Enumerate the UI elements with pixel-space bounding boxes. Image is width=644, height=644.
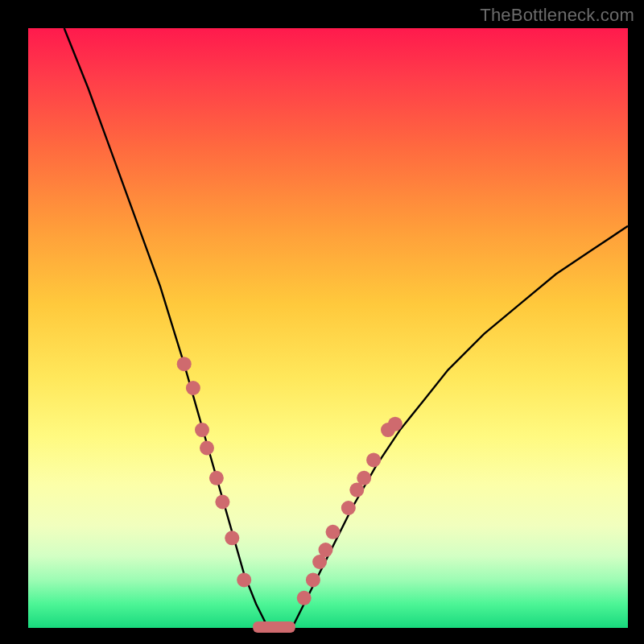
marker-dot bbox=[215, 495, 229, 510]
marker-dot bbox=[341, 501, 356, 515]
plot-area bbox=[28, 28, 628, 628]
marker-dot bbox=[357, 471, 371, 485]
curve-svg bbox=[28, 28, 628, 628]
marker-dot bbox=[195, 423, 209, 437]
marker-dot bbox=[388, 417, 402, 431]
bottleneck-curve bbox=[64, 28, 628, 628]
markers-left bbox=[177, 357, 252, 587]
chart-frame: TheBottleneck.com bbox=[0, 0, 644, 644]
markers-right bbox=[297, 417, 402, 605]
marker-dot bbox=[209, 471, 224, 485]
marker-dot bbox=[186, 381, 200, 395]
marker-dot bbox=[306, 572, 320, 587]
marker-dot bbox=[237, 572, 251, 587]
marker-dot bbox=[177, 357, 192, 371]
marker-dot bbox=[366, 452, 381, 467]
marker-dot bbox=[225, 530, 239, 545]
marker-dot bbox=[319, 543, 333, 557]
marker-dot bbox=[297, 591, 312, 605]
marker-dot bbox=[326, 525, 341, 539]
watermark-text: TheBottleneck.com bbox=[480, 5, 634, 26]
valley-floor-bar bbox=[253, 621, 295, 633]
marker-dot bbox=[200, 441, 214, 456]
